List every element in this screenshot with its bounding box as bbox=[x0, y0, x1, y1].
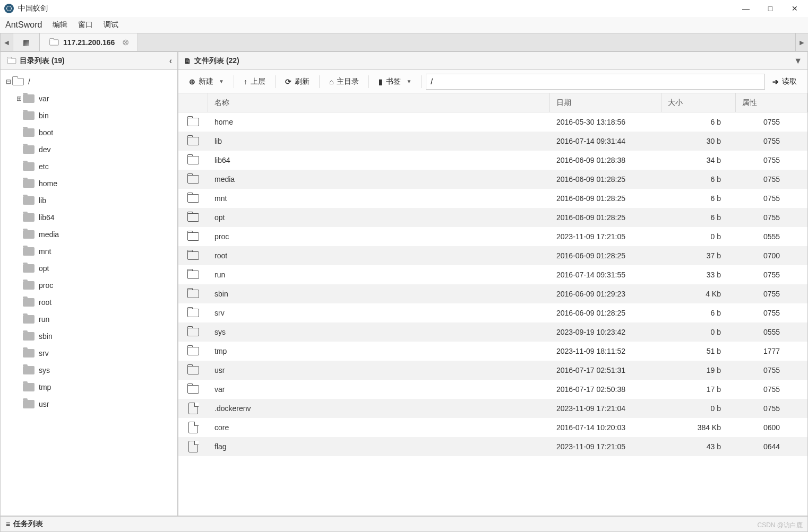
file-name: lib bbox=[208, 137, 550, 145]
menu-edit[interactable]: 编辑 bbox=[53, 20, 67, 30]
tree-item[interactable]: bin bbox=[1, 107, 177, 124]
file-row[interactable]: home2016-05-30 13:18:566 b0755 bbox=[178, 112, 807, 132]
file-list[interactable]: home2016-05-30 13:18:566 b0755lib2016-07… bbox=[178, 112, 807, 516]
file-attr: 0755 bbox=[736, 213, 807, 222]
file-name: proc bbox=[208, 232, 550, 241]
file-icon bbox=[188, 422, 198, 433]
file-row[interactable]: mnt2016-06-09 01:28:256 b0755 bbox=[178, 189, 807, 208]
tree-item[interactable]: ⊞var bbox=[1, 90, 177, 107]
file-row[interactable]: var2016-07-17 02:50:3817 b0755 bbox=[178, 380, 807, 399]
tree-item[interactable]: root bbox=[1, 294, 177, 311]
menu-debug[interactable]: 调试 bbox=[104, 20, 118, 30]
folder-icon bbox=[23, 247, 35, 256]
file-size: 384 Kb bbox=[661, 423, 736, 432]
sidebar-panel: 目录列表 (19) ‹ ⊟/⊞varbinbootdevetchomelibli… bbox=[0, 51, 178, 516]
home-button[interactable]: ⌂ 主目录 bbox=[324, 74, 364, 90]
tab-scroll-left[interactable]: ◄ bbox=[0, 33, 13, 51]
tree-item[interactable]: media bbox=[1, 226, 177, 243]
file-row[interactable]: lib2016-07-14 09:31:4430 b0755 bbox=[178, 132, 807, 151]
file-date: 2016-07-14 10:20:03 bbox=[550, 423, 661, 432]
window-close-button[interactable]: ✕ bbox=[790, 4, 800, 13]
file-date: 2016-06-09 01:28:25 bbox=[550, 213, 661, 222]
tree-item[interactable]: proc bbox=[1, 277, 177, 294]
file-row[interactable]: usr2016-07-17 02:51:3119 b0755 bbox=[178, 361, 807, 380]
file-name: mnt bbox=[208, 194, 550, 203]
file-name: srv bbox=[208, 309, 550, 317]
file-date: 2023-11-09 18:11:52 bbox=[550, 347, 661, 355]
file-size: 6 b bbox=[661, 175, 736, 184]
tree-item[interactable]: tmp bbox=[1, 379, 177, 396]
file-row[interactable]: sys2023-09-19 10:23:420 b0555 bbox=[178, 322, 807, 342]
column-size[interactable]: 大小 bbox=[661, 93, 736, 112]
task-panel[interactable]: ≡ 任务列表 bbox=[0, 516, 808, 532]
file-name: run bbox=[208, 271, 550, 279]
tab-scroll-right[interactable]: ► bbox=[795, 33, 808, 51]
file-list-header: 名称 日期 大小 属性 bbox=[178, 93, 807, 112]
tree-item[interactable]: dev bbox=[1, 141, 177, 158]
new-button[interactable]: ⊕ 新建 ▼ bbox=[184, 74, 229, 90]
tab-host[interactable]: 117.21.200.166 ⊗ bbox=[40, 33, 138, 51]
file-size: 34 b bbox=[661, 156, 736, 164]
tree-item[interactable]: lib64 bbox=[1, 209, 177, 226]
expander-icon[interactable]: ⊟ bbox=[5, 78, 12, 85]
file-name: usr bbox=[208, 366, 550, 374]
file-row[interactable]: core2016-07-14 10:20:03384 Kb0600 bbox=[178, 418, 807, 437]
tree-root[interactable]: ⊟/ bbox=[1, 73, 177, 90]
bookmark-button[interactable]: ▮ 书签 ▼ bbox=[373, 74, 417, 90]
expander-icon[interactable]: ⊞ bbox=[15, 95, 23, 102]
tree-item[interactable]: mnt bbox=[1, 243, 177, 260]
up-button[interactable]: ↑ 上层 bbox=[238, 74, 271, 90]
folder-icon bbox=[187, 328, 199, 336]
refresh-button[interactable]: ⟳ 刷新 bbox=[280, 74, 315, 90]
column-name[interactable]: 名称 bbox=[208, 93, 550, 112]
sidebar-collapse-button[interactable]: ‹ bbox=[169, 56, 172, 66]
read-button[interactable]: ➔ 读取 bbox=[767, 74, 802, 90]
plus-circle-icon: ⊕ bbox=[189, 77, 195, 86]
file-name: .dockerenv bbox=[208, 404, 550, 413]
folder-icon bbox=[23, 281, 35, 290]
file-row[interactable]: .dockerenv2023-11-09 17:21:040 b0755 bbox=[178, 399, 807, 418]
tree-item[interactable]: home bbox=[1, 175, 177, 192]
tab-dashboard[interactable]: ▦ bbox=[13, 33, 40, 51]
tree-item[interactable]: sbin bbox=[1, 328, 177, 345]
tree-item[interactable]: boot bbox=[1, 124, 177, 141]
file-attr: 0555 bbox=[736, 232, 807, 241]
file-row[interactable]: opt2016-06-09 01:28:256 b0755 bbox=[178, 208, 807, 227]
file-row[interactable]: root2016-06-09 01:28:2537 b0700 bbox=[178, 246, 807, 265]
folder-icon bbox=[187, 366, 199, 374]
tree-item[interactable]: sys bbox=[1, 362, 177, 379]
tab-close-button[interactable]: ⊗ bbox=[122, 37, 129, 47]
tree-item[interactable]: srv bbox=[1, 345, 177, 362]
column-date[interactable]: 日期 bbox=[550, 93, 661, 112]
file-row[interactable]: srv2016-06-09 01:28:256 b0755 bbox=[178, 303, 807, 322]
file-row[interactable]: tmp2023-11-09 18:11:5251 b1777 bbox=[178, 342, 807, 361]
folder-icon bbox=[23, 145, 35, 154]
file-row[interactable]: flag2023-11-09 17:21:0543 b0644 bbox=[178, 437, 807, 456]
file-row[interactable]: lib642016-06-09 01:28:3834 b0755 bbox=[178, 151, 807, 170]
file-row[interactable]: media2016-06-09 01:28:256 b0755 bbox=[178, 170, 807, 189]
directory-tree[interactable]: ⊟/⊞varbinbootdevetchomeliblib64mediamnto… bbox=[1, 70, 177, 516]
file-size: 0 b bbox=[661, 328, 736, 336]
path-input[interactable] bbox=[426, 74, 765, 90]
file-row[interactable]: proc2023-11-09 17:21:050 b0555 bbox=[178, 227, 807, 246]
folder-icon bbox=[187, 194, 199, 203]
file-attr: 0755 bbox=[736, 385, 807, 394]
window-minimize-button[interactable]: — bbox=[741, 4, 751, 13]
column-attr[interactable]: 属性 bbox=[736, 93, 807, 112]
tree-item[interactable]: run bbox=[1, 311, 177, 328]
column-icon[interactable] bbox=[178, 93, 208, 112]
main-collapse-button[interactable]: ▼ bbox=[794, 56, 802, 66]
tree-item[interactable]: lib bbox=[1, 192, 177, 209]
tree-item[interactable]: opt bbox=[1, 260, 177, 277]
menu-window[interactable]: 窗口 bbox=[78, 20, 93, 30]
folder-icon bbox=[187, 118, 199, 126]
window-maximize-button[interactable]: □ bbox=[766, 4, 775, 13]
folder-icon bbox=[23, 264, 35, 273]
tree-item[interactable]: usr bbox=[1, 396, 177, 413]
folder-icon bbox=[7, 58, 16, 64]
file-name: flag bbox=[208, 442, 550, 451]
file-row[interactable]: sbin2016-06-09 01:29:234 Kb0755 bbox=[178, 284, 807, 303]
tree-item[interactable]: etc bbox=[1, 158, 177, 175]
file-row[interactable]: run2016-07-14 09:31:5533 b0755 bbox=[178, 265, 807, 284]
brand-label[interactable]: AntSword bbox=[5, 20, 42, 30]
